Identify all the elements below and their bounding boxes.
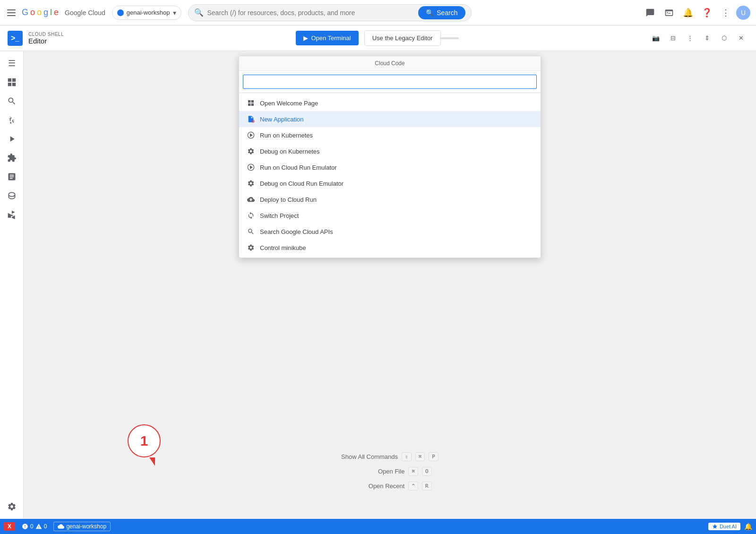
svg-marker-2: [250, 134, 252, 136]
shortcut-key-cmd-2: ⌘: [408, 467, 418, 476]
modal-item-debug-cloudrun[interactable]: Debug on Cloud Run Emulator: [239, 175, 541, 191]
cloud-code-search-input[interactable]: [243, 75, 537, 89]
hamburger-menu-button[interactable]: [6, 7, 17, 18]
notifications-center-button[interactable]: [642, 4, 659, 21]
open-new-tab-button[interactable]: ⬡: [716, 31, 731, 46]
shortcut-key-o: O: [422, 467, 432, 476]
sidebar-item-explorer[interactable]: [3, 74, 20, 91]
close-button[interactable]: ✕: [733, 31, 748, 46]
status-errors[interactable]: 0 0: [19, 523, 50, 530]
duet-ai-button[interactable]: Duet AI: [708, 523, 740, 530]
drag-handle: [440, 37, 459, 39]
sidebar-item-menu[interactable]: ☰: [3, 55, 20, 72]
more-options-button[interactable]: ⋮: [717, 4, 734, 21]
new-file-icon: [247, 115, 255, 123]
modal-item-label-switch: Switch Project: [260, 212, 299, 219]
modal-item-label-debug-cloudrun: Debug on Cloud Run Emulator: [260, 180, 344, 187]
status-bell-icon[interactable]: 🔔: [744, 523, 752, 530]
global-search-button[interactable]: 🔍 Search: [418, 6, 465, 19]
sidebar-item-cloud-code[interactable]: [3, 168, 20, 185]
project-dot-icon: [117, 9, 124, 16]
editor-area: Show All Commands ⇧ ⌘ P Open File ⌘ O Op…: [24, 51, 756, 519]
modal-item-label-debug-k8s: Debug on Kubernetes: [260, 148, 319, 155]
split-editor-button[interactable]: ⊟: [665, 31, 680, 46]
modal-search-area[interactable]: [239, 71, 541, 93]
project-selector[interactable]: genai-workshop ▾: [112, 6, 181, 20]
modal-item-run-cloudrun[interactable]: Run on Cloud Run Emulator: [239, 159, 541, 175]
modal-item-label-new-app: New Application: [260, 116, 304, 123]
global-search-input[interactable]: [207, 9, 415, 17]
callout-1: 1: [128, 424, 161, 457]
main-layout: ☰: [0, 51, 756, 519]
duet-ai-label: Duet AI: [720, 524, 737, 529]
status-close-button[interactable]: X: [4, 522, 15, 531]
modal-item-label-welcome: Open Welcome Page: [260, 100, 318, 107]
svg-marker-4: [250, 166, 252, 168]
collapse-button[interactable]: ⇕: [699, 31, 714, 46]
modal-item-open-welcome[interactable]: Open Welcome Page: [239, 95, 541, 111]
cloud-shell-terminal-button[interactable]: [661, 4, 678, 21]
modal-item-label-deploy: Deploy to Cloud Run: [260, 196, 317, 203]
modal-item-minikube[interactable]: Control minikube: [239, 240, 541, 256]
modal-item-debug-kubernetes[interactable]: Debug on Kubernetes: [239, 143, 541, 159]
sidebar-item-run-debug[interactable]: [3, 130, 20, 147]
modal-item-label-run-cloudrun: Run on Cloud Run Emulator: [260, 164, 337, 171]
left-sidebar: ☰: [0, 51, 24, 519]
search-button-icon: 🔍: [426, 9, 434, 17]
debug-kubernetes-icon: [247, 147, 255, 155]
modal-item-switch-project[interactable]: Switch Project: [239, 207, 541, 224]
status-bar: X 0 0 genai-workshop Duet AI 🔔: [0, 519, 756, 534]
sidebar-item-source-control[interactable]: [3, 112, 20, 129]
status-project-item[interactable]: genai-workshop: [53, 522, 111, 531]
minikube-icon: [247, 243, 255, 252]
global-search-bar[interactable]: 🔍 🔍 Search: [188, 4, 472, 21]
google-cloud-logo: Google Google Cloud: [22, 8, 105, 17]
modal-item-deploy-cloudrun[interactable]: Deploy to Cloud Run: [239, 191, 541, 207]
terminal-icon: ▶: [303, 34, 308, 42]
sidebar-item-search[interactable]: [3, 93, 20, 110]
shortcut-key-ctrl: ^: [408, 482, 418, 491]
search-bar-icon: 🔍: [194, 8, 204, 17]
sidebar-item-terraform[interactable]: [3, 206, 20, 223]
help-button[interactable]: ❓: [698, 4, 715, 21]
run-cloudrun-icon: [247, 163, 255, 172]
sidebar-item-settings[interactable]: [3, 498, 20, 515]
shortcuts-area: Show All Commands ⇧ ⌘ P Open File ⌘ O Op…: [341, 452, 438, 491]
legacy-editor-button[interactable]: Use the Legacy Editor: [364, 30, 441, 46]
modal-items-list: Open Welcome Page New Application Run on…: [239, 93, 541, 258]
status-right-group: Duet AI 🔔: [708, 523, 752, 530]
cloud-shell-logo-icon: >_: [8, 31, 23, 46]
shortcut-key-p: P: [429, 452, 438, 461]
cloud-code-modal: Cloud Code Open Welcome Page New Ap: [239, 56, 541, 258]
shortcut-show-all-commands: Show All Commands ⇧ ⌘ P: [341, 452, 438, 461]
more-shell-options-button[interactable]: ⋮: [682, 31, 697, 46]
sidebar-item-database[interactable]: [3, 187, 20, 204]
top-icons-group: 🔔 ❓ ⋮ U: [642, 4, 750, 21]
shortcut-label-2: Open File: [348, 468, 404, 475]
sidebar-item-extensions[interactable]: [3, 149, 20, 166]
project-name: genai-workshop: [127, 9, 170, 16]
shell-bar-center: ▶ Open Terminal Use the Legacy Editor: [94, 30, 643, 46]
user-avatar[interactable]: U: [736, 6, 750, 20]
cloud-upload-icon: [247, 195, 255, 204]
modal-item-label-run-k8s: Run on Kubernetes: [260, 132, 313, 139]
shortcut-open-recent: Open Recent ^ R: [348, 482, 431, 491]
callout-bubble-1: 1: [128, 424, 161, 457]
switch-icon: [247, 211, 255, 220]
shortcut-key-shift: ⇧: [402, 452, 412, 461]
cloud-shell-title: CLOUD SHELL Editor: [28, 32, 64, 45]
open-terminal-button[interactable]: ▶ Open Terminal: [296, 31, 358, 45]
modal-item-label-minikube: Control minikube: [260, 244, 306, 251]
shortcut-label-3: Open Recent: [348, 482, 404, 490]
play-icon: [247, 131, 255, 139]
screenshot-icon-button[interactable]: 📷: [648, 31, 663, 46]
google-bar: Google Google Cloud genai-workshop ▾ 🔍 🔍…: [0, 0, 756, 26]
modal-item-new-application[interactable]: New Application: [239, 111, 541, 127]
error-count: 0: [30, 523, 34, 530]
modal-item-run-kubernetes[interactable]: Run on Kubernetes: [239, 127, 541, 143]
modal-item-label-search-apis: Search Google Cloud APIs: [260, 228, 333, 235]
chevron-down-icon: ▾: [173, 9, 176, 17]
shortcut-key-cmd: ⌘: [415, 452, 425, 461]
modal-item-search-apis[interactable]: Search Google Cloud APIs: [239, 224, 541, 240]
bell-icon-button[interactable]: 🔔: [679, 4, 696, 21]
